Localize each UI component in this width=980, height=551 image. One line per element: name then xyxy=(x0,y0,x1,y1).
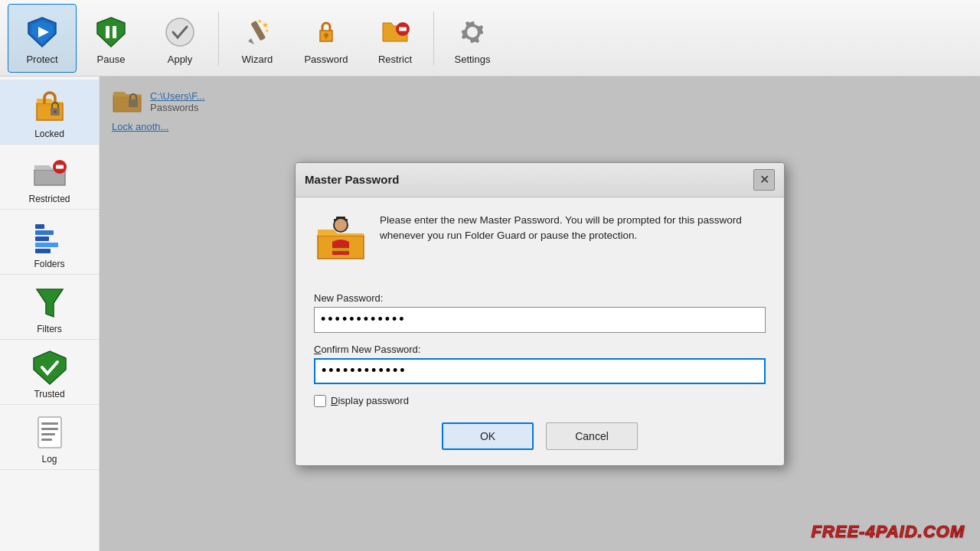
filters-icon xyxy=(30,282,70,322)
separator-1 xyxy=(218,11,219,65)
svg-marker-27 xyxy=(37,289,63,317)
wizard-label: Wizard xyxy=(242,54,273,65)
settings-icon xyxy=(454,14,491,51)
settings-button[interactable]: Settings xyxy=(438,4,507,73)
svg-rect-23 xyxy=(35,230,54,235)
svg-point-39 xyxy=(335,219,347,231)
sidebar-item-folders[interactable]: Folders xyxy=(0,210,99,275)
sidebar-item-log[interactable]: Log xyxy=(0,405,99,470)
svg-rect-38 xyxy=(332,248,349,251)
svg-rect-30 xyxy=(41,422,58,425)
log-label: Log xyxy=(41,454,57,465)
restrict-icon xyxy=(377,14,413,51)
svg-rect-31 xyxy=(41,428,58,430)
settings-label: Settings xyxy=(455,54,491,65)
separator-2 xyxy=(433,11,434,65)
svg-rect-22 xyxy=(35,224,44,229)
svg-text:★: ★ xyxy=(265,28,269,33)
password-button[interactable]: Password xyxy=(292,4,361,73)
main-area: Locked Restricted xyxy=(0,77,980,551)
folders-label: Folders xyxy=(34,259,64,269)
svg-rect-21 xyxy=(56,165,64,169)
password-icon xyxy=(308,14,345,51)
wizard-icon: ★ ★ ★ xyxy=(239,14,276,51)
confirm-password-label: Confirm New Password: xyxy=(314,344,766,355)
sidebar-item-trusted[interactable]: Trusted xyxy=(0,340,99,405)
folders-icon xyxy=(30,217,70,257)
dialog-info-text: Please enter the new Master Password. Yo… xyxy=(380,213,766,277)
watermark: FREE-4PAID.COM xyxy=(811,522,965,542)
svg-point-19 xyxy=(54,110,57,113)
restricted-label: Restricted xyxy=(28,194,70,204)
svg-rect-33 xyxy=(41,439,52,441)
svg-rect-24 xyxy=(35,236,49,241)
apply-label: Apply xyxy=(168,54,193,65)
pause-button[interactable]: Pause xyxy=(77,4,145,73)
cancel-button[interactable]: Cancel xyxy=(546,422,638,450)
apply-button[interactable]: Apply xyxy=(145,4,214,73)
new-password-input[interactable] xyxy=(314,307,766,333)
dialog-title: Master Password xyxy=(305,173,399,186)
sidebar-item-restricted[interactable]: Restricted xyxy=(0,145,99,210)
display-password-row: Display password xyxy=(314,395,766,407)
password-label: Password xyxy=(304,54,348,65)
guard-icon xyxy=(314,213,368,277)
locked-label: Locked xyxy=(34,129,64,139)
master-password-dialog: Master Password ✕ xyxy=(295,162,785,466)
confirm-password-input[interactable] xyxy=(314,358,766,384)
content-area: C:\Users\F... Passwords Lock anoth... Ma… xyxy=(100,77,980,551)
protect-label: Protect xyxy=(26,54,57,65)
sidebar: Locked Restricted xyxy=(0,77,100,551)
wizard-button[interactable]: ★ ★ ★ Wizard xyxy=(223,4,292,73)
svg-rect-32 xyxy=(41,433,55,435)
svg-rect-15 xyxy=(399,28,407,31)
modal-overlay: Master Password ✕ xyxy=(100,77,980,551)
new-password-label: New Password: xyxy=(314,292,766,304)
pause-icon xyxy=(93,14,129,51)
restrict-button[interactable]: Restrict xyxy=(361,4,430,73)
display-password-label[interactable]: Display password xyxy=(331,395,409,406)
toolbar: Protect Pause Apply xyxy=(0,0,980,77)
svg-rect-5 xyxy=(113,26,116,38)
close-button[interactable]: ✕ xyxy=(753,169,775,191)
sidebar-item-filters[interactable]: Filters xyxy=(0,275,99,340)
display-password-checkbox[interactable] xyxy=(314,395,326,407)
svg-rect-4 xyxy=(106,26,109,38)
svg-marker-3 xyxy=(97,18,125,47)
trusted-label: Trusted xyxy=(34,389,64,399)
svg-rect-26 xyxy=(35,249,51,253)
trusted-icon xyxy=(30,347,70,387)
filters-label: Filters xyxy=(37,324,62,334)
svg-point-6 xyxy=(166,18,194,46)
dialog-buttons: OK Cancel xyxy=(314,422,766,450)
locked-icon xyxy=(30,87,70,127)
pause-label: Pause xyxy=(97,54,126,65)
apply-icon xyxy=(162,14,198,51)
sidebar-item-locked[interactable]: Locked xyxy=(0,80,99,145)
svg-rect-25 xyxy=(35,243,58,247)
svg-rect-13 xyxy=(325,36,327,39)
protect-icon xyxy=(24,14,60,51)
dialog-titlebar: Master Password ✕ xyxy=(296,163,784,197)
restricted-icon xyxy=(30,152,70,192)
svg-text:★: ★ xyxy=(257,18,262,24)
svg-rect-29 xyxy=(38,417,61,448)
svg-marker-8 xyxy=(248,38,254,44)
svg-point-16 xyxy=(467,27,478,37)
ok-button[interactable]: OK xyxy=(442,422,534,450)
dialog-body: Please enter the new Master Password. Yo… xyxy=(296,197,784,465)
svg-marker-28 xyxy=(34,351,66,384)
restrict-label: Restrict xyxy=(378,54,412,65)
dialog-info-row: Please enter the new Master Password. Yo… xyxy=(314,213,766,277)
log-icon xyxy=(30,412,70,452)
protect-button[interactable]: Protect xyxy=(8,4,77,73)
